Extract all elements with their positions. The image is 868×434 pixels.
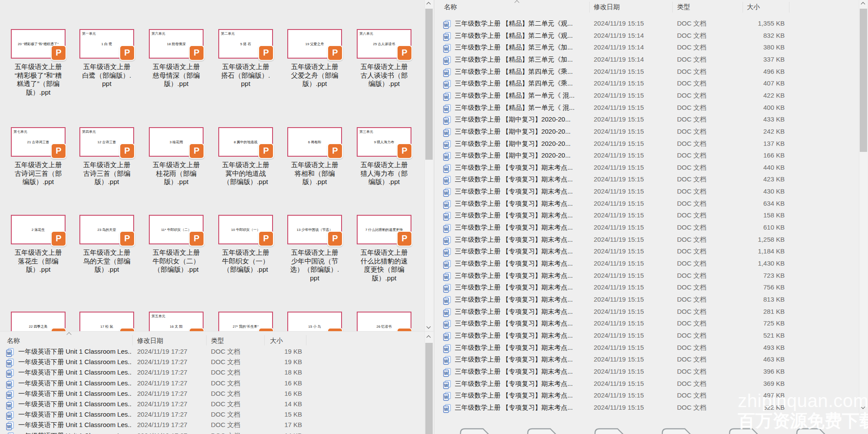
column-header-name[interactable]: 名称 <box>7 337 20 345</box>
document-file-icon[interactable] <box>593 427 635 434</box>
file-thumbnail[interactable]: 19 父爱之舟P五年级语文上册父爱之舟（部编版）.ppt <box>286 29 343 88</box>
column-header-size[interactable]: 大小 <box>747 3 760 11</box>
file-thumbnail[interactable]: 23 鸟的天堂P五年级语文上册鸟的天堂（部编版）.ppt <box>79 215 135 274</box>
column-divider[interactable] <box>306 335 306 345</box>
file-thumbnail[interactable]: 第八单元25 古人谈读书P五年级语文上册古人谈读书（部编版）.ppt <box>356 29 412 88</box>
file-thumbnail[interactable]: 第三单元9 猎人海力布P五年级语文上册猎人海力布（部编版）.ppt <box>356 127 412 186</box>
file-row[interactable]: W三年级数学上册 【精品】第一单元《 混...2024/11/19 15:15D… <box>434 103 860 115</box>
file-row[interactable]: W三年级数学上册 【专项复习】期末考点...2024/11/19 15:15DO… <box>434 175 860 187</box>
ppt-icon: P <box>327 328 343 331</box>
file-row[interactable]: W三年级数学上册 【专项复习】期末考点...2024/11/19 15:15DO… <box>434 355 860 367</box>
column-divider[interactable] <box>132 335 133 345</box>
file-thumbnail[interactable]: 10 牛郎织女（一）P五年级语文上册牛郎织女（一）（部编版）.ppt <box>217 215 274 274</box>
scroll-up-button[interactable] <box>859 0 868 7</box>
file-row[interactable]: W一年级英语下册 Unit 1 Classroom Les...2024/11/… <box>0 358 425 368</box>
column-header-date[interactable]: 修改日期 <box>594 3 620 11</box>
file-thumbnail[interactable]: 第五单元16 太 阳P <box>148 312 204 331</box>
file-row[interactable]: W三年级数学上册 【专项复习】期末考点...2024/11/19 15:15DO… <box>434 367 860 379</box>
file-thumbnail[interactable]: 26 忆读书P <box>356 312 412 331</box>
document-file-icon[interactable] <box>660 427 702 434</box>
file-row[interactable]: W三年级数学上册 【精品】第一单元《 混...2024/11/19 15:15D… <box>434 91 860 103</box>
file-thumbnail[interactable]: 第一单元1 白 鹭P五年级语文上册白鹭（部编版）.ppt <box>79 29 135 88</box>
file-row[interactable]: W三年级数学上册 【专项复习】期末考点...2024/11/19 15:15DO… <box>434 343 860 355</box>
file-row[interactable]: W三年级数学上册 【精品】第四单元《乘...2024/11/19 15:15DO… <box>434 67 860 79</box>
document-file-icon[interactable] <box>458 427 500 434</box>
column-divider[interactable] <box>264 335 265 345</box>
file-thumbnail[interactable]: 17 松 鼠P <box>79 312 135 331</box>
file-row[interactable]: W三年级数学上册 【专项复习】期末考点...2024/11/19 15:15DO… <box>434 223 860 235</box>
column-divider[interactable] <box>206 335 207 345</box>
column-divider[interactable] <box>789 2 789 13</box>
file-row[interactable]: W一年级英语下册 Unit 1 Classroom Les...2024/11/… <box>0 421 425 431</box>
scrollbar-thumb[interactable] <box>425 343 433 434</box>
file-thumbnail[interactable]: 第六单元18 慈母情深P五年级语文上册慈母情深（部编版）.ppt <box>148 29 204 88</box>
file-row[interactable]: W三年级数学上册 【期中复习】2020-20...2024/11/19 15:1… <box>434 139 860 151</box>
file-thumbnail[interactable]: 8 冀中的地道战P五年级语文上册冀中的地道战（部编版）.ppt <box>217 127 274 186</box>
file-row[interactable]: W三年级数学上册 【专项复习】期末考点...2024/11/19 15:15DO… <box>434 379 860 391</box>
file-row[interactable]: W三年级数学上册 【专项复习】期末考点...2024/11/19 15:15DO… <box>434 247 860 259</box>
file-row[interactable]: W一年级英语下册 Unit 1 Classroom Les...2024/11/… <box>0 411 425 421</box>
scroll-down-button[interactable] <box>859 404 868 411</box>
scrollbar-left-window[interactable] <box>424 0 433 331</box>
file-row[interactable]: W三年级数学上册 【精品】第二单元《观...2024/11/19 15:15DO… <box>434 19 860 31</box>
file-thumbnail[interactable]: 第七单元21 古诗词三首P五年级语文上册古诗词三首（部编版）.ppt <box>10 127 66 186</box>
file-row[interactable]: W三年级数学上册 【精品】第四单元《乘...2024/11/19 15:15DO… <box>434 79 860 91</box>
file-row[interactable]: W三年级数学上册 【专项复习】期末考点...2024/11/19 15:15DO… <box>434 187 860 199</box>
file-thumbnail[interactable]: 7 什么比猎豹的速度更快P五年级语文上册什么比猎豹的速度更快（部编版）.ppt <box>356 215 412 282</box>
scroll-up-button[interactable] <box>425 333 433 341</box>
file-row[interactable]: W三年级数学上册 【专项复习】期末考点...2024/11/19 15:15DO… <box>434 199 860 211</box>
column-divider[interactable] <box>743 2 743 13</box>
scrollbar-thumb[interactable] <box>425 9 433 160</box>
file-row[interactable]: W三年级数学上册 【专项复习】期末考点...2024/11/19 15:15DO… <box>434 391 860 403</box>
file-thumbnail[interactable]: 20 “精彩极了”和“糟糕透了”P五年级语文上册“精彩极了”和“糟糕透了”（部编… <box>10 29 66 96</box>
file-thumbnail[interactable]: 15 小 岛P <box>286 312 343 331</box>
file-row[interactable]: W三年级数学上册 【专项复习】期末考点...2024/11/19 15:15DO… <box>434 295 860 307</box>
column-divider[interactable] <box>589 2 590 13</box>
file-row[interactable]: W一年级英语下册 Unit 1 Classroom Les...2024/11/… <box>0 348 425 358</box>
file-row[interactable]: W一年级英语下册 Unit 1 Classroom Les...2024/11/… <box>0 390 425 400</box>
file-row[interactable]: W三年级数学上册 【专项复习】期末考点...2024/11/19 15:15DO… <box>434 235 860 247</box>
file-thumbnail[interactable]: 2 落花生P五年级语文上册落花生（部编版）.ppt <box>10 215 66 274</box>
file-thumbnail[interactable]: 第四单元12 古诗三首P五年级语文上册古诗三首（部编版）.ppt <box>79 127 135 186</box>
scroll-up-button[interactable] <box>425 0 433 7</box>
file-row[interactable]: W三年级数学上册 【专项复习】期末考点...2024/11/19 15:15DO… <box>434 259 860 271</box>
document-file-icon[interactable] <box>727 427 769 434</box>
column-header-size[interactable]: 大小 <box>270 337 283 345</box>
file-row[interactable]: W一年级英语下册 Unit 1 Classroom Les...2024/11/… <box>0 368 425 379</box>
file-row[interactable]: W三年级数学上册 【专项复习】期末考点...2024/11/19 15:15DO… <box>434 403 860 415</box>
scrollbar-bottom-left-window[interactable] <box>424 332 433 434</box>
column-header-type[interactable]: 类型 <box>211 337 224 345</box>
file-row[interactable]: W一年级英语下册 Unit 1 Classroom Les...2024/11/… <box>0 379 425 390</box>
column-header-name[interactable]: 名称 <box>444 3 457 11</box>
file-row[interactable]: W三年级数学上册 【期中复习】2020-20...2024/11/19 15:1… <box>434 115 860 127</box>
file-thumbnail[interactable]: 22 四季之美P <box>10 312 66 331</box>
file-thumbnail[interactable]: 27* 我的“长生果”P <box>217 312 274 331</box>
file-thumbnail[interactable]: 6 将相和P五年级语文上册将相和（部编版）.ppt <box>286 127 343 186</box>
file-row[interactable]: W三年级数学上册 【精品】第三单元《加...2024/11/19 15:14DO… <box>434 43 860 55</box>
file-row[interactable]: W三年级数学上册 【专项复习】期末考点...2024/11/19 15:15DO… <box>434 319 860 331</box>
file-row[interactable]: W三年级数学上册 【精品】第二单元《观...2024/11/19 15:14DO… <box>434 31 860 43</box>
file-row[interactable]: W三年级数学上册 【专项复习】期末考点...2024/11/19 15:15DO… <box>434 307 860 319</box>
file-row[interactable]: W三年级数学上册 【精品】第三单元《加...2024/11/19 15:14DO… <box>434 55 860 67</box>
file-thumbnail[interactable]: 13 少年中国说（节选）P五年级语文上册少年中国说（节选）（部编版）.ppt <box>286 215 343 282</box>
scrollbar-right-window[interactable] <box>859 0 868 412</box>
scrollbar-thumb[interactable] <box>860 9 867 152</box>
file-row[interactable]: W三年级数学上册 【专项复习】期末考点...2024/11/19 15:15DO… <box>434 331 860 343</box>
file-thumbnail[interactable]: 11* 牛郎织女（二）P五年级语文上册牛郎织女（二）（部编版）.ppt <box>148 215 204 274</box>
column-header-type[interactable]: 类型 <box>677 3 690 11</box>
file-row[interactable]: W三年级数学上册 【期中复习】2020-20...2024/11/19 15:1… <box>434 151 860 163</box>
file-row[interactable]: W三年级数学上册 【专项复习】期末考点...2024/11/19 15:15DO… <box>434 163 860 175</box>
document-file-icon[interactable] <box>795 427 836 434</box>
file-row[interactable]: W一年级英语下册 Unit 1 Classroom Les...2024/11/… <box>0 400 425 411</box>
file-row[interactable]: W三年级数学上册 【专项复习】期末考点...2024/11/19 15:15DO… <box>434 271 860 283</box>
file-row[interactable]: W一年级英语下册 Unit 1 Classroom Les...2024/11/… <box>0 432 425 434</box>
column-header-date[interactable]: 修改日期 <box>137 337 163 345</box>
file-thumbnail[interactable]: 3 桂花雨P五年级语文上册桂花雨（部编版）.ppt <box>148 127 204 186</box>
file-row[interactable]: W三年级数学上册 【期中复习】2020-20...2024/11/19 15:1… <box>434 127 860 139</box>
file-row[interactable]: W三年级数学上册 【专项复习】期末考点...2024/11/19 15:15DO… <box>434 211 860 223</box>
scroll-down-button[interactable] <box>425 324 433 331</box>
document-file-icon[interactable] <box>526 427 567 434</box>
file-row[interactable]: W三年级数学上册 【专项复习】期末考点...2024/11/19 15:15DO… <box>434 283 860 295</box>
file-thumbnail[interactable]: 第二单元5 搭 石P五年级语文上册搭石（部编版）.ppt <box>217 29 274 88</box>
column-divider[interactable] <box>672 2 673 13</box>
